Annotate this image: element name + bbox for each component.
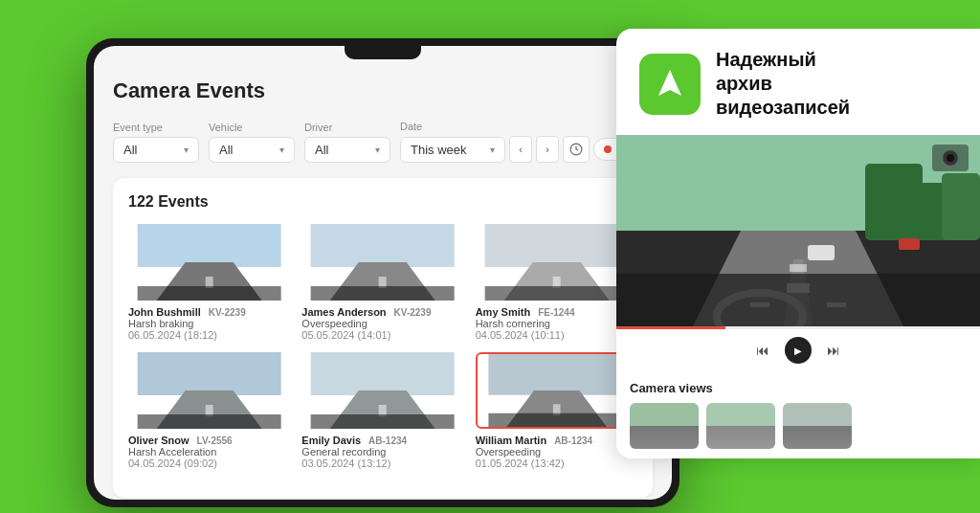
- event-type: Harsh cornering: [476, 318, 637, 329]
- event-date: 06.05.2024 (18:12): [128, 329, 290, 341]
- svg-rect-21: [488, 354, 625, 395]
- svg-rect-8: [311, 286, 455, 301]
- event-card[interactable]: James AndersonKV-2239Overspeeding05.05.2…: [301, 224, 463, 341]
- svg-rect-9: [484, 224, 628, 267]
- vehicle-filter: Vehicle All ▾: [209, 122, 295, 163]
- date-select[interactable]: This week ▾: [400, 137, 505, 163]
- camera-views-title: Camera views: [630, 381, 967, 395]
- events-grid: John BushmillKV-2239Harsh braking06.05.2…: [128, 224, 637, 469]
- camera-notch: [345, 46, 421, 59]
- vehicle-select[interactable]: All ▾: [209, 137, 295, 163]
- event-name: Emily DavisAB-1234: [301, 435, 463, 446]
- fast-forward-button[interactable]: ⏭: [827, 343, 840, 358]
- svg-rect-20: [311, 414, 455, 429]
- svg-rect-16: [138, 414, 281, 429]
- device-frame: Camera Events Event type All ▾ Vehicle A…: [86, 38, 679, 507]
- svg-rect-4: [138, 286, 281, 301]
- new-dot: [604, 145, 612, 153]
- event-date: 01.05.2024 (13:42): [476, 457, 637, 469]
- driver-label: Driver: [304, 122, 390, 133]
- event-date: 04.05.2024 (10:11): [476, 329, 637, 341]
- cam-thumb-2[interactable]: [706, 403, 775, 449]
- event-type-label: Event type: [113, 122, 199, 133]
- app-content: Camera Events Event type All ▾ Vehicle A…: [94, 46, 672, 500]
- event-name: Oliver SnowLV-2556: [128, 435, 290, 446]
- chevron-down-icon: ▾: [184, 145, 189, 155]
- event-thumb: [301, 224, 463, 301]
- event-name: Amy SmithFE-1244: [476, 306, 637, 318]
- promo-title: Надежныйархиввидеозаписей: [716, 48, 850, 120]
- event-type: Overspeeding: [301, 318, 463, 329]
- event-type: General recording: [301, 446, 463, 457]
- event-date: 03.05.2024 (13:12): [301, 457, 463, 469]
- svg-rect-28: [942, 173, 980, 240]
- svg-rect-17: [311, 352, 455, 395]
- event-type: Harsh braking: [128, 318, 290, 329]
- events-panel: 122 Events John BushmillKV-2239Harsh bra…: [113, 178, 653, 498]
- event-card[interactable]: Amy SmithFE-1244Harsh cornering04.05.202…: [476, 224, 637, 341]
- event-card[interactable]: Emily DavisAB-1234General recording03.05…: [301, 352, 463, 469]
- event-thumb: [476, 352, 637, 429]
- vehicle-label: Vehicle: [209, 122, 295, 133]
- event-thumb: [128, 352, 290, 429]
- promo-header: Надежныйархиввидеозаписей: [616, 29, 980, 135]
- driver-select[interactable]: All ▾: [304, 137, 390, 163]
- navigation-arrow-icon: [653, 67, 687, 101]
- driver-value: All: [315, 143, 328, 157]
- svg-rect-37: [808, 245, 835, 260]
- cam-thumb-3[interactable]: [783, 403, 852, 449]
- event-thumb: [128, 224, 290, 301]
- event-date: 05.05.2024 (14:01): [301, 329, 463, 341]
- device-screen: Camera Events Event type All ▾ Vehicle A…: [94, 46, 672, 500]
- events-count: 122 Events: [128, 193, 637, 211]
- page-title: Camera Events: [113, 78, 653, 103]
- camera-views-section: Camera views: [616, 371, 980, 458]
- event-card[interactable]: John BushmillKV-2239Harsh braking06.05.2…: [128, 224, 290, 341]
- event-date: 04.05.2024 (09:02): [128, 457, 290, 469]
- svg-rect-12: [484, 286, 628, 301]
- chevron-down-icon: ▾: [279, 145, 284, 155]
- event-name: William MartinAB-1234: [476, 435, 637, 446]
- svg-point-41: [947, 154, 954, 162]
- event-type-select[interactable]: All ▾: [113, 137, 199, 163]
- play-button[interactable]: ▶: [785, 337, 812, 364]
- event-card[interactable]: William MartinAB-1234Overspeeding01.05.2…: [476, 352, 637, 469]
- svg-rect-35: [616, 274, 980, 326]
- camera-thumbs: [630, 403, 967, 449]
- video-progress-fill: [616, 326, 725, 329]
- clock-button[interactable]: [563, 136, 590, 163]
- event-thumb: [301, 352, 463, 429]
- event-card[interactable]: Oliver SnowLV-2556Harsh Acceleration04.0…: [128, 352, 290, 469]
- overlay-card: Надежныйархиввидеозаписей: [616, 29, 980, 458]
- event-type-filter: Event type All ▾: [113, 122, 199, 163]
- vehicle-value: All: [219, 143, 233, 157]
- svg-rect-24: [488, 413, 625, 427]
- event-thumb: [476, 224, 637, 301]
- video-progress: [616, 326, 980, 329]
- event-type-value: All: [123, 143, 137, 157]
- road-scene-svg: [616, 135, 980, 326]
- chevron-down-icon: ▾: [375, 145, 380, 155]
- date-nav: ‹ ›: [509, 136, 590, 163]
- svg-rect-38: [899, 238, 920, 250]
- next-date-button[interactable]: ›: [536, 136, 559, 163]
- event-type: Harsh Acceleration: [128, 446, 290, 457]
- date-value: This week: [411, 143, 467, 157]
- svg-rect-5: [311, 224, 455, 267]
- svg-rect-32: [790, 264, 807, 272]
- event-name: James AndersonKV-2239: [301, 306, 463, 318]
- driver-filter: Driver All ▾: [304, 122, 390, 163]
- video-controls: ⏮ ▶ ⏭: [616, 329, 980, 371]
- prev-date-button[interactable]: ‹: [509, 136, 532, 163]
- svg-rect-1: [138, 224, 281, 267]
- filters-row: Event type All ▾ Vehicle All ▾ Driver: [113, 121, 653, 163]
- event-type: Overspeeding: [476, 446, 637, 457]
- rewind-button[interactable]: ⏮: [756, 343, 769, 358]
- event-name: John BushmillKV-2239: [128, 306, 290, 318]
- svg-rect-13: [138, 352, 281, 395]
- video-preview: [616, 135, 980, 326]
- chevron-down-icon: ▾: [490, 145, 495, 155]
- promo-icon: [639, 54, 701, 115]
- cam-thumb-1[interactable]: [630, 403, 699, 449]
